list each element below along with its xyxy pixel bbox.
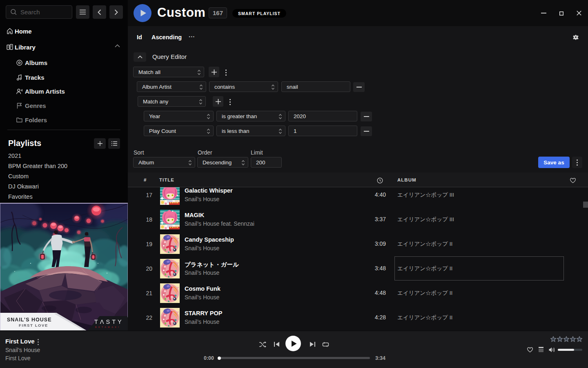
svg-text:SNAIL’S HOUSE: SNAIL’S HOUSE: [7, 317, 52, 323]
svg-text:FIRST LOVE: FIRST LOVE: [19, 323, 48, 328]
svg-text:TΛSTY: TΛSTY: [94, 319, 124, 325]
svg-text:BETAMAX!: BETAMAX!: [95, 326, 120, 328]
